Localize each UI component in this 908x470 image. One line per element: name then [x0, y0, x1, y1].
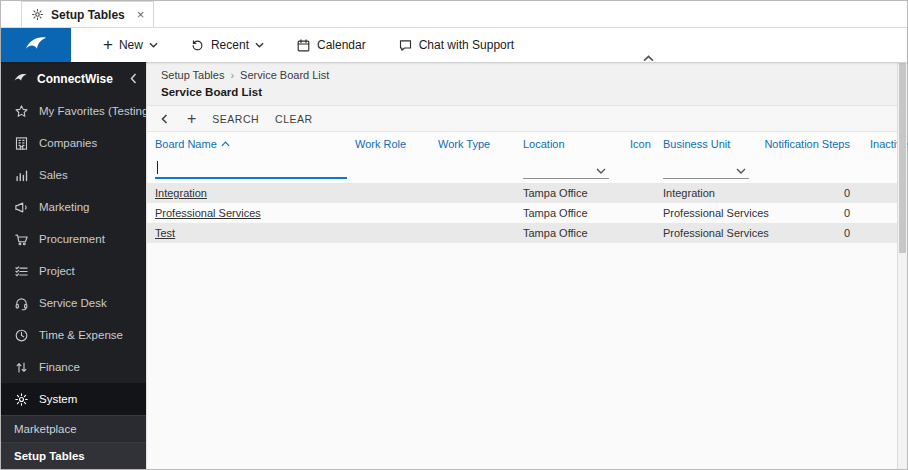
- empty-table-area: [147, 243, 897, 469]
- chevron-up-icon: [643, 55, 654, 62]
- sidebar-item-system[interactable]: System: [1, 383, 146, 415]
- vertical-scrollbar[interactable]: [897, 62, 907, 469]
- sidebar-item-project[interactable]: Project: [1, 255, 146, 287]
- chat-bubble-icon: [398, 38, 413, 53]
- chat-with-support-button[interactable]: Chat with Support: [398, 38, 514, 53]
- sidebar-item-setup-tables[interactable]: Setup Tables: [1, 442, 146, 469]
- sidebar-brand[interactable]: ConnectWise: [1, 62, 146, 95]
- column-header-notification-steps[interactable]: Notification Steps: [780, 138, 870, 150]
- sidebar-item-my-favorites[interactable]: My Favorites (Testing: [1, 95, 146, 127]
- main-content: Setup Tables › Service Board List Servic…: [146, 62, 897, 469]
- connectwise-bird-icon: [18, 34, 54, 56]
- bar-chart-icon: [14, 168, 29, 183]
- column-header-board-name[interactable]: Board Name: [155, 138, 355, 150]
- sidebar-item-finance[interactable]: Finance: [1, 351, 146, 383]
- sidebar-item-service-desk[interactable]: Service Desk: [1, 287, 146, 319]
- clock-icon: [14, 328, 29, 343]
- gear-icon: [31, 8, 44, 21]
- building-icon: [14, 136, 29, 151]
- connectwise-bird-icon: [11, 72, 30, 85]
- breadcrumb: Setup Tables › Service Board List: [161, 69, 897, 81]
- location-filter-select[interactable]: [523, 159, 609, 179]
- new-menu-button[interactable]: + New: [103, 38, 158, 53]
- task-list-icon: [14, 264, 29, 279]
- sidebar-item-marketing[interactable]: Marketing: [1, 191, 146, 223]
- notification-steps-cell: 0: [780, 227, 870, 239]
- search-button[interactable]: SEARCH: [212, 113, 259, 125]
- board-name-filter-input[interactable]: [155, 159, 347, 179]
- sidebar-footer: Marketplace Setup Tables: [1, 415, 146, 469]
- board-name-link[interactable]: Test: [155, 227, 355, 239]
- sidebar-item-marketplace[interactable]: Marketplace: [1, 415, 146, 442]
- chevron-left-icon: [159, 113, 171, 125]
- table-header-row: Board Name Work Role Work Type Location …: [147, 132, 897, 155]
- recent-menu-button[interactable]: Recent: [190, 38, 264, 53]
- chevron-left-icon: [130, 73, 137, 84]
- top-navigation: + New Recent Calendar Chat with Support: [1, 28, 907, 62]
- column-header-location[interactable]: Location: [523, 138, 630, 150]
- connectwise-logo[interactable]: [1, 28, 71, 62]
- app-window: Setup Tables × + New Recent Calendar Cha…: [0, 0, 908, 470]
- table-row[interactable]: Professional Services Tampa Office Profe…: [147, 203, 897, 223]
- notification-steps-cell: 0: [780, 187, 870, 199]
- page-header: Setup Tables › Service Board List Servic…: [147, 62, 897, 106]
- business-unit-cell: Professional Services: [663, 227, 780, 239]
- tab-label: Setup Tables: [51, 8, 125, 22]
- sidebar-item-time-expense[interactable]: Time & Expense: [1, 319, 146, 351]
- calendar-button[interactable]: Calendar: [296, 38, 366, 53]
- sort-ascending-icon: [221, 141, 230, 147]
- exchange-arrows-icon: [14, 360, 29, 375]
- notification-steps-cell: 0: [780, 207, 870, 219]
- collapse-nav-chevron[interactable]: [643, 48, 654, 66]
- location-cell: Tampa Office: [523, 187, 630, 199]
- tab-bar: Setup Tables ×: [1, 1, 907, 28]
- sidebar-item-companies[interactable]: Companies: [1, 127, 146, 159]
- breadcrumb-separator: ›: [230, 69, 234, 81]
- plus-icon: +: [103, 36, 113, 53]
- chevron-down-icon: [255, 42, 264, 48]
- business-unit-cell: Integration: [663, 187, 780, 199]
- calendar-icon: [296, 38, 311, 53]
- chevron-down-icon: [736, 168, 746, 174]
- sidebar-item-sales[interactable]: Sales: [1, 159, 146, 191]
- sidebar-collapse-chevron[interactable]: [130, 73, 137, 84]
- table-row[interactable]: Integration Tampa Office Integration 0: [147, 183, 897, 203]
- breadcrumb-setup-tables-link[interactable]: Setup Tables: [161, 69, 224, 81]
- page-title: Service Board List: [161, 86, 897, 98]
- table-filter-row: [147, 155, 897, 183]
- headset-icon: [14, 296, 29, 311]
- chevron-down-icon: [149, 42, 158, 48]
- star-icon: [14, 104, 29, 119]
- megaphone-icon: [14, 200, 29, 215]
- business-unit-filter-select[interactable]: [663, 159, 749, 179]
- shopping-cart-icon: [14, 232, 29, 247]
- breadcrumb-current: Service Board List: [240, 69, 329, 81]
- tab-close-icon[interactable]: ×: [137, 7, 145, 22]
- recent-history-icon: [190, 38, 205, 53]
- table-row[interactable]: Test Tampa Office Professional Services …: [147, 223, 897, 243]
- list-toolbar: + SEARCH CLEAR: [147, 106, 897, 132]
- gear-icon: [14, 392, 29, 407]
- text-cursor: [157, 161, 158, 174]
- column-header-work-type[interactable]: Work Type: [438, 138, 523, 150]
- add-record-button[interactable]: +: [187, 111, 196, 127]
- column-header-icon[interactable]: Icon: [630, 138, 663, 150]
- location-cell: Tampa Office: [523, 227, 630, 239]
- board-name-link[interactable]: Professional Services: [155, 207, 355, 219]
- back-button[interactable]: [159, 113, 171, 125]
- sidebar: ConnectWise My Favorites (Testing Compan…: [1, 62, 146, 469]
- browser-tab-setup-tables[interactable]: Setup Tables ×: [21, 1, 154, 27]
- sidebar-item-procurement[interactable]: Procurement: [1, 223, 146, 255]
- location-cell: Tampa Office: [523, 207, 630, 219]
- business-unit-cell: Professional Services: [663, 207, 780, 219]
- chevron-down-icon: [596, 168, 606, 174]
- column-header-business-unit[interactable]: Business Unit: [663, 138, 780, 150]
- column-header-work-role[interactable]: Work Role: [355, 138, 438, 150]
- clear-button[interactable]: CLEAR: [275, 113, 313, 125]
- board-name-link[interactable]: Integration: [155, 187, 355, 199]
- scrollbar-thumb[interactable]: [899, 63, 906, 253]
